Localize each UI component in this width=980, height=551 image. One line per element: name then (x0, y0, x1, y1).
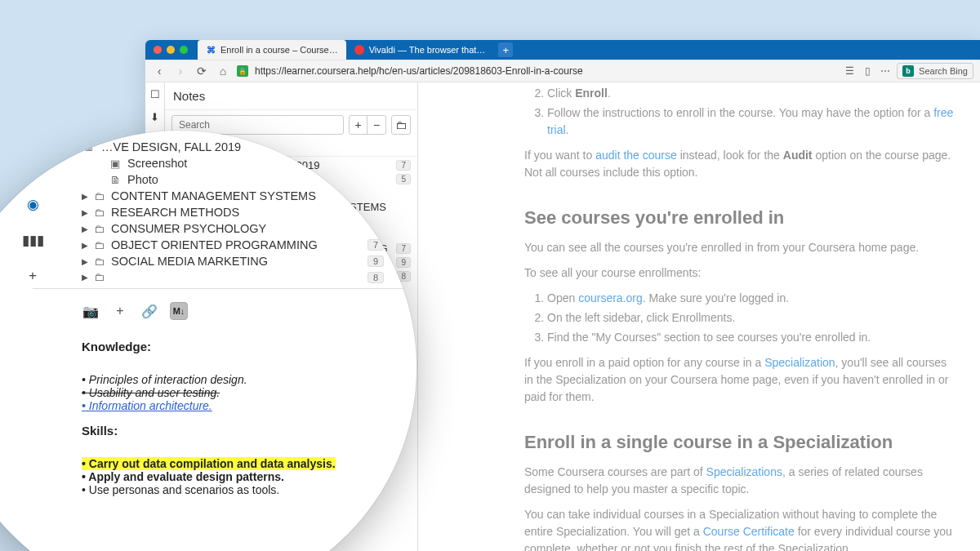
plus-icon[interactable]: + (111, 302, 129, 320)
content-area: ☐ ⬇ ▣ Notes + − 🗀 Sort Manually 🗎 …VE (145, 82, 980, 551)
tree-row[interactable]: ▶ 🗀 CONTENT MANAGEMENT SYSTEMS (165, 200, 417, 214)
tree-label: RESEARCH METHODS (203, 215, 411, 227)
minimize-window-button[interactable] (167, 46, 175, 54)
address-bar: ‹ › ⟳ ⌂ 🔒 https://learner.coursera.help/… (145, 60, 980, 82)
chevron-right-icon[interactable]: ▶ (176, 245, 185, 253)
home-button[interactable]: ⌂ (216, 64, 230, 78)
tree-row[interactable]: ▶ 🗀 SOCIAL MEDIA MARKETING 9 (165, 256, 417, 269)
tree-row[interactable]: ▶ 🗀 CONSUMER PSYCHOLOGY (165, 228, 417, 242)
tree-row[interactable]: 🗎 …VE DESIGN, FALL 2019 7 (165, 158, 417, 172)
title-bar: ⌘ Enroll in a course – Course… Vivaldi —… (145, 40, 980, 60)
remove-note-button[interactable]: − (368, 116, 385, 134)
bing-icon: b (902, 65, 914, 77)
add-panel-button[interactable]: + (24, 267, 42, 285)
image-icon: ▣ (193, 174, 206, 185)
tab-label: Vivaldi — The browser that… (369, 45, 486, 55)
back-button[interactable]: ‹ (152, 64, 167, 78)
new-folder-group: 🗀 (391, 115, 411, 135)
chevron-right-icon[interactable]: ▶ (82, 224, 91, 233)
enroll-bold: Enroll (575, 87, 608, 100)
tree-badge: 7 (396, 243, 411, 254)
folder-icon: 🗀 (91, 207, 106, 219)
specializations-link[interactable]: Specializations (706, 465, 782, 478)
downloads-panel-icon[interactable]: ⬇ (149, 110, 162, 123)
web-panel-icon[interactable]: ◉ (24, 195, 42, 213)
page-panel-icon[interactable]: 🗎 (24, 159, 42, 177)
chevron-right-icon[interactable]: ▶ (176, 231, 185, 239)
close-window-button[interactable] (154, 46, 162, 54)
paragraph: You can see all the courses you're enrol… (524, 239, 956, 256)
reader-view-icon[interactable]: ☰ (843, 64, 856, 78)
specialization-link[interactable]: Specialization (764, 356, 835, 369)
tree-label: Photo (211, 187, 411, 199)
tree-row[interactable]: ▶ 🗀 8 (165, 269, 417, 282)
add-note-button[interactable]: + (350, 116, 368, 134)
notes-search-input[interactable] (172, 115, 344, 135)
course-certificate-link[interactable]: Course Certificate (703, 525, 795, 538)
paragraph: If you want to audit the course instead,… (524, 147, 956, 181)
tree-row[interactable]: ▣ Screenshot 5 (165, 172, 417, 186)
address-right: ☰ ▯ ⋯ b Search Bing (843, 63, 973, 79)
lock-icon[interactable]: 🔒 (237, 65, 248, 77)
bookmarks-panel-icon[interactable]: ☐ (149, 87, 162, 100)
step-item: Open coursera.org. Make sure you're logg… (547, 290, 956, 307)
folder-icon: 🗀 (185, 216, 198, 227)
image-icon: ▣ (108, 158, 122, 170)
barcode-panel-icon[interactable]: ▮▮▮ (24, 231, 42, 249)
note-icon: 🗎 (82, 141, 96, 153)
tree-row[interactable]: ▶ 🗀 OBJECT ORIENTED PROGRAMMING 7 (165, 242, 417, 256)
section-heading: Enroll in a single course in a Specializ… (524, 429, 956, 455)
folder-icon: 🗀 (91, 223, 106, 235)
chevron-right-icon[interactable]: ▶ (176, 272, 185, 280)
camera-icon[interactable]: 📷 (82, 302, 100, 320)
new-folder-button[interactable]: 🗀 (392, 116, 410, 134)
url-field[interactable]: https://learner.coursera.help/hc/en-us/a… (255, 65, 583, 77)
tab-label: Enroll in a course – Course… (220, 45, 338, 55)
browser-window: ⌘ Enroll in a course – Course… Vivaldi —… (145, 40, 980, 551)
search-field[interactable]: b Search Bing (897, 63, 973, 79)
notes-add-remove-group: + − (349, 115, 386, 135)
folder-icon: 🗀 (91, 256, 106, 268)
paragraph: To see all your course enrollments: (524, 264, 956, 282)
vivaldi-favicon-icon (354, 45, 364, 55)
sort-label[interactable]: Sort Manually (165, 140, 417, 157)
folder-icon: 🗀 (91, 190, 106, 202)
maximize-window-button[interactable] (180, 46, 188, 54)
chevron-right-icon[interactable]: ▶ (176, 259, 185, 267)
panel-rail: ☐ ⬇ ▣ (145, 82, 165, 551)
tree-row[interactable]: ▶ 🗀 RESEARCH METHODS (165, 214, 417, 228)
step-item: On the left sidebar, click Enrollments. (547, 309, 956, 327)
tree-label: OBJECT ORIENTED PROGRAMMING (203, 242, 393, 255)
new-tab-button[interactable]: + (498, 42, 513, 57)
tree-badge: 7 (396, 160, 411, 171)
tree-label: SOCIAL MEDIA MARKETING (203, 256, 393, 269)
forward-button[interactable]: › (173, 64, 188, 78)
chevron-right-icon[interactable]: ▶ (176, 203, 185, 211)
chevron-right-icon[interactable]: ▶ (176, 217, 185, 225)
note-icon: 🗎 (193, 188, 206, 199)
audit-link[interactable]: audit the course (595, 149, 677, 162)
folder-icon: 🗀 (185, 202, 198, 213)
tree-badge: 5 (396, 174, 411, 184)
chevron-right-icon[interactable]: ▶ (82, 257, 91, 266)
coursera-link[interactable]: coursera.org (578, 291, 643, 304)
downloads-icon[interactable]: ⋯ (879, 64, 892, 78)
step-item: Follow the instructions to enroll in the… (547, 104, 956, 139)
chevron-right-icon[interactable]: ▶ (82, 273, 91, 282)
paragraph: If you enroll in a paid option for any c… (524, 354, 956, 406)
folder-icon: 🗀 (91, 271, 106, 283)
tab-coursera[interactable]: ⌘ Enroll in a course – Course… (198, 40, 346, 60)
tree-row[interactable]: 🗎 Photo (165, 186, 417, 200)
chevron-right-icon[interactable]: ▶ (82, 241, 91, 250)
bookmark-icon[interactable]: ▯ (861, 64, 874, 78)
window-controls (154, 46, 188, 54)
reload-button[interactable]: ⟳ (194, 64, 209, 78)
chevron-right-icon[interactable]: ▶ (82, 208, 91, 217)
audit-bold: Audit (783, 149, 813, 162)
notes-panel-icon[interactable]: ▣ (149, 133, 162, 146)
notes-tree: 🗎 …VE DESIGN, FALL 2019 7 ▣ Screenshot 5… (165, 157, 417, 284)
tab-vivaldi[interactable]: Vivaldi — The browser that… (346, 40, 494, 60)
mag-panel-rail: 🗎 ◉ ▮▮▮ + (15, 159, 51, 285)
folder-icon: 🗀 (185, 229, 198, 241)
chevron-right-icon[interactable]: ▶ (82, 192, 91, 201)
